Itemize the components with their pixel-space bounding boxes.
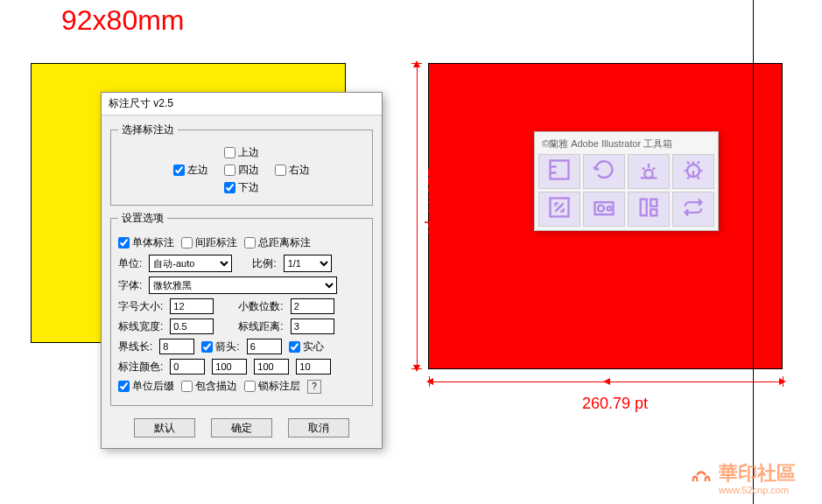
logo-icon bbox=[689, 465, 713, 491]
svg-rect-8 bbox=[650, 200, 657, 206]
bug-tool-button[interactable] bbox=[672, 154, 714, 189]
dialog-title: 标注尺寸 v2.5 bbox=[102, 93, 382, 116]
watermark-text: 華印社區 bbox=[719, 462, 796, 484]
ruler-icon bbox=[547, 158, 572, 186]
arrow-checkbox[interactable] bbox=[201, 341, 213, 353]
ratio-select[interactable]: 1/1 bbox=[284, 255, 332, 272]
linedist-input[interactable] bbox=[291, 318, 334, 334]
svg-rect-9 bbox=[650, 209, 657, 215]
layout-icon bbox=[636, 195, 661, 223]
stroke-checkbox[interactable] bbox=[181, 381, 193, 392]
fontsize-label: 字号大小: bbox=[118, 299, 163, 314]
unit-label: 单位: bbox=[118, 256, 142, 271]
horizontal-dim-value: 260.79 pt bbox=[582, 395, 648, 413]
color-k-input[interactable] bbox=[296, 359, 331, 374]
rotate-icon bbox=[592, 158, 616, 186]
unit-select[interactable]: 自动-auto bbox=[149, 255, 232, 272]
svg-rect-0 bbox=[551, 161, 569, 179]
edge-selection-group: 选择标注边 上边 左边 四边 右边 下边 bbox=[110, 122, 373, 206]
default-button[interactable]: 默认 bbox=[134, 418, 195, 438]
linewidth-label: 标线宽度: bbox=[118, 319, 163, 334]
spacing-checkbox[interactable] bbox=[181, 237, 193, 248]
svg-point-1 bbox=[644, 170, 652, 178]
boundary-label: 界线长: bbox=[118, 340, 152, 354]
camera-tool-button[interactable] bbox=[583, 192, 625, 227]
size-annotation: 92x80mm bbox=[61, 4, 185, 37]
svg-point-5 bbox=[598, 206, 604, 212]
color-m-input[interactable] bbox=[212, 359, 247, 374]
edge-legend: 选择标注边 bbox=[118, 122, 178, 137]
decimal-input[interactable] bbox=[291, 298, 334, 314]
resize-icon bbox=[547, 195, 572, 223]
watermark-url: www.52cnp.com bbox=[719, 485, 796, 495]
repeat-tool-button[interactable] bbox=[672, 192, 714, 227]
vertical-dimension: 226.77 pt bbox=[411, 63, 422, 369]
dimension-dialog: 标注尺寸 v2.5 选择标注边 上边 左边 四边 右边 下边 设置选项 单体标注… bbox=[101, 92, 383, 449]
single-checkbox[interactable] bbox=[118, 237, 130, 248]
toolbox-title: ©蘭雅 Adobe Illustrator 工具箱 bbox=[538, 136, 714, 154]
arrow-input[interactable] bbox=[247, 339, 282, 354]
help-button[interactable]: ? bbox=[307, 380, 321, 394]
toolbox-panel: ©蘭雅 Adobe Illustrator 工具箱 bbox=[534, 131, 719, 231]
vertical-dim-value: 226.77 pt bbox=[424, 168, 442, 234]
svg-point-6 bbox=[608, 206, 612, 211]
bottom-edge-checkbox[interactable] bbox=[224, 182, 235, 193]
bug-icon bbox=[681, 158, 706, 186]
top-edge-checkbox[interactable] bbox=[224, 147, 235, 158]
layout-tool-button[interactable] bbox=[628, 192, 670, 227]
ok-button[interactable]: 确定 bbox=[211, 418, 272, 438]
color-c-input[interactable] bbox=[170, 359, 205, 374]
lock-checkbox[interactable] bbox=[244, 381, 256, 392]
total-checkbox[interactable] bbox=[244, 237, 256, 248]
boundary-input[interactable] bbox=[159, 339, 194, 354]
repeat-icon bbox=[681, 195, 706, 223]
color-label: 标注颜色: bbox=[118, 360, 163, 374]
rotate-tool-button[interactable] bbox=[583, 154, 625, 189]
font-label: 字体: bbox=[118, 278, 142, 293]
left-edge-checkbox[interactable] bbox=[173, 164, 185, 176]
camera-icon bbox=[592, 195, 616, 223]
color-y-input[interactable] bbox=[254, 359, 289, 374]
guide-line bbox=[753, 0, 754, 504]
ratio-label: 比例: bbox=[252, 256, 276, 271]
all-edge-checkbox[interactable] bbox=[224, 164, 235, 176]
options-legend: 设置选项 bbox=[118, 211, 167, 226]
linewidth-input[interactable] bbox=[170, 318, 214, 334]
sunrise-tool-button[interactable] bbox=[628, 154, 670, 189]
solid-checkbox[interactable] bbox=[289, 341, 300, 353]
sunrise-icon bbox=[636, 158, 661, 186]
linedist-label: 标线距离: bbox=[238, 319, 283, 334]
resize-tool-button[interactable] bbox=[538, 192, 580, 227]
fontsize-input[interactable] bbox=[170, 298, 214, 314]
font-select[interactable]: 微软雅黑 bbox=[149, 276, 337, 294]
decimal-label: 小数位数: bbox=[238, 299, 283, 314]
svg-rect-7 bbox=[641, 200, 647, 216]
cancel-button[interactable]: 取消 bbox=[288, 418, 349, 438]
ruler-tool-button[interactable] bbox=[538, 154, 580, 189]
horizontal-dimension: 260.79 pt bbox=[429, 376, 783, 387]
options-group: 设置选项 单体标注 间距标注 总距离标注 单位: 自动-auto 比例: 1/1… bbox=[110, 211, 373, 406]
suffix-checkbox[interactable] bbox=[118, 381, 130, 392]
watermark: 華印社區 www.52cnp.com bbox=[689, 460, 796, 495]
right-edge-checkbox[interactable] bbox=[275, 164, 286, 176]
